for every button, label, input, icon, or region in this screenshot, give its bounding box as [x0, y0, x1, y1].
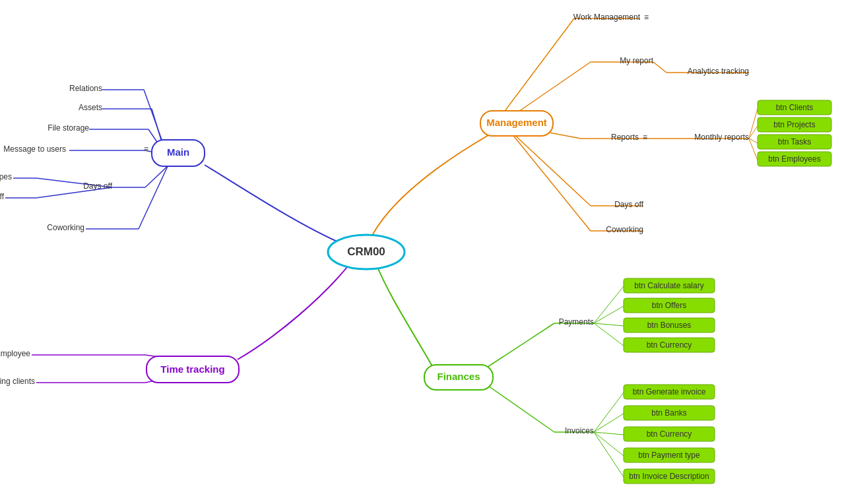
- finances-item-invoices: Invoices: [565, 426, 594, 435]
- center-node-label: CRM00: [347, 245, 385, 258]
- svg-line-56: [594, 432, 624, 456]
- main-item-coworking: Coworking: [47, 223, 84, 232]
- mgmt-item-reports: Reports: [611, 133, 639, 142]
- svg-line-45: [482, 323, 554, 371]
- main-item-day-off-types: Day off types: [0, 172, 12, 181]
- svg-line-52: [594, 323, 624, 346]
- btn-currency-payments[interactable]: btn Currency: [647, 340, 692, 350]
- svg-line-49: [594, 286, 624, 323]
- main-item-employee-days-off: Employee days off: [0, 192, 5, 201]
- btn-currency-invoices[interactable]: btn Currency: [647, 429, 692, 439]
- work-mgmt-icon: ≡: [644, 13, 649, 22]
- svg-line-47: [482, 381, 554, 432]
- mindmap: Main Relations Assets File storage Messa…: [0, 0, 842, 504]
- btn-tasks[interactable]: btn Tasks: [778, 137, 811, 146]
- finances-node-label: Finances: [437, 371, 480, 382]
- main-item-file-storage: File storage: [48, 123, 89, 133]
- management-node-label: Management: [486, 117, 547, 128]
- btn-offers[interactable]: btn Offers: [652, 301, 686, 310]
- mgmt-item-coworking: Coworking: [606, 225, 643, 234]
- svg-line-54: [594, 414, 624, 432]
- btn-payment-type[interactable]: btn Payment type: [638, 451, 700, 460]
- btn-generate-invoice[interactable]: btn Generate invoice: [633, 387, 706, 396]
- svg-line-31: [749, 109, 758, 139]
- btn-clients[interactable]: btn Clients: [776, 103, 814, 112]
- main-item-days-off: Days off: [83, 181, 112, 191]
- time-tracking-node-label: Time tracking: [160, 363, 224, 375]
- svg-line-34: [749, 139, 758, 160]
- finances-item-payments: Payments: [559, 317, 594, 327]
- mgmt-item-monthly-reports: Monthly reports: [694, 133, 749, 142]
- time-item-clients: Time tracking clients: [0, 377, 35, 386]
- reports-icon: ≡: [643, 133, 647, 142]
- svg-line-17: [502, 18, 574, 115]
- svg-line-8: [145, 164, 170, 187]
- main-item-relations: Relations: [69, 84, 102, 93]
- btn-employees[interactable]: btn Employees: [768, 154, 820, 164]
- main-item-message: Message to users: [3, 144, 66, 154]
- svg-line-50: [594, 306, 624, 323]
- main-item-assets: Assets: [79, 103, 102, 112]
- time-item-employee: Time tracking Employee: [0, 349, 30, 358]
- btn-calculate-salary[interactable]: btn Calculate salary: [634, 281, 703, 290]
- mgmt-item-my-report: My report: [620, 56, 653, 65]
- svg-line-21: [653, 62, 666, 73]
- message-menu-icon: ≡: [144, 144, 148, 154]
- svg-line-27: [511, 132, 591, 206]
- mgmt-item-work-management: Work Management: [573, 13, 641, 22]
- btn-projects[interactable]: btn Projects: [773, 120, 815, 129]
- svg-line-29: [511, 133, 591, 231]
- main-node-label: Main: [167, 146, 189, 158]
- svg-line-32: [749, 126, 758, 139]
- mgmt-item-days-off: Days off: [614, 200, 643, 209]
- svg-line-51: [594, 323, 624, 326]
- svg-line-53: [594, 393, 624, 432]
- btn-invoice-description[interactable]: btn Invoice Description: [629, 472, 709, 481]
- svg-line-14: [139, 165, 168, 229]
- svg-line-55: [594, 432, 624, 435]
- btn-bonuses[interactable]: btn Bonuses: [647, 321, 692, 330]
- mgmt-item-analytics: Analytics tracking: [688, 67, 749, 76]
- svg-line-57: [594, 432, 624, 477]
- btn-banks[interactable]: btn Banks: [651, 408, 686, 418]
